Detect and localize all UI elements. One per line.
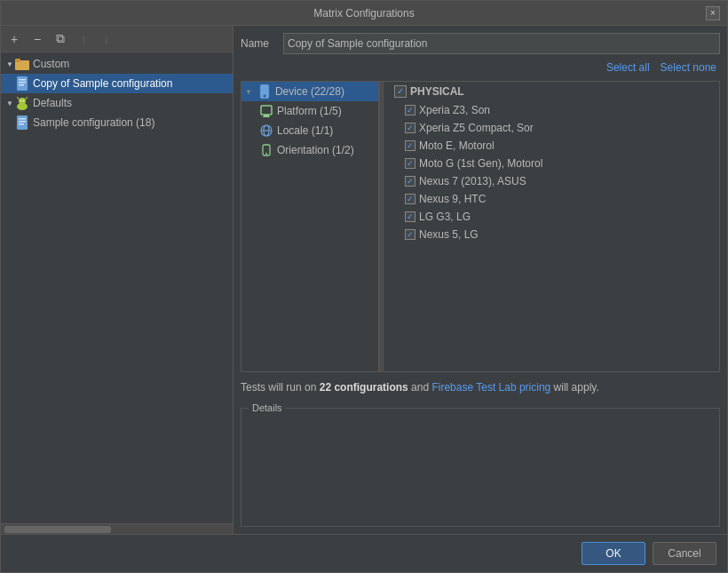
ok-button[interactable]: OK	[582, 542, 645, 565]
category-item-platform[interactable]: Platform (1/5)	[241, 101, 378, 121]
tree-item-copy-sample[interactable]: Copy of Sample configuration	[1, 74, 233, 93]
bottom-prefix: Tests will run on	[241, 381, 320, 394]
name-label: Name	[241, 37, 276, 50]
physical-section-header: PHYSICAL	[384, 82, 719, 101]
svg-rect-6	[19, 84, 24, 86]
left-panel: + − ⧉ ↑ ↓ ▼ Custom	[1, 26, 233, 534]
svg-point-26	[265, 153, 267, 155]
content-area: ▼ Device (22/28)	[241, 81, 720, 372]
select-links-row: Select all Select none	[241, 60, 720, 76]
device-label-6: LG G3, LG	[419, 211, 471, 223]
move-up-button[interactable]: ↑	[74, 29, 93, 49]
name-row: Name	[241, 33, 720, 54]
svg-rect-5	[19, 82, 26, 84]
device-list: PHYSICAL Xperia Z3, Son Xperia Z5 Compac…	[384, 82, 719, 371]
details-legend: Details	[249, 402, 286, 413]
bottom-suffix: will apply.	[550, 381, 598, 394]
svg-point-18	[263, 95, 265, 98]
tree-item-sample[interactable]: Sample configuration (18)	[1, 113, 233, 132]
bottom-middle: and	[408, 381, 432, 394]
device-arrow: ▼	[245, 88, 252, 96]
close-button[interactable]: ×	[706, 6, 720, 20]
config-count: 22 configurations	[320, 381, 408, 394]
physical-section-checkbox[interactable]	[394, 85, 407, 98]
device-label-3: Moto G (1st Gen), Motorol	[419, 157, 542, 170]
device-label-2: Moto E, Motorol	[419, 139, 495, 152]
device-checkbox-3[interactable]	[405, 158, 415, 169]
device-item-3[interactable]: Moto G (1st Gen), Motorol	[384, 155, 719, 172]
svg-rect-2	[15, 59, 20, 62]
left-scrollbar[interactable]	[1, 523, 233, 534]
svg-rect-4	[19, 79, 26, 81]
svg-rect-16	[19, 123, 24, 125]
select-all-link[interactable]: Select all	[603, 60, 653, 76]
svg-line-11	[18, 98, 20, 99]
tree-label-sample: Sample configuration (18)	[33, 116, 154, 129]
device-label-7: Nexus 5, LG	[419, 228, 479, 241]
device-checkbox-2[interactable]	[405, 140, 415, 151]
copy-button[interactable]: ⧉	[51, 29, 70, 49]
scrollbar-thumb	[4, 526, 111, 533]
device-item-4[interactable]: Nexus 7 (2013), ASUS	[384, 172, 719, 190]
device-item-0[interactable]: Xperia Z3, Son	[384, 101, 719, 119]
category-label-device: Device (22/28)	[275, 85, 344, 98]
physical-section-label: PHYSICAL	[410, 85, 464, 98]
tree-item-custom[interactable]: ▼ Custom	[1, 54, 233, 74]
cancel-button[interactable]: Cancel	[653, 542, 716, 565]
device-item-1[interactable]: Xperia Z5 Compact, Sor	[384, 119, 719, 137]
name-input[interactable]	[283, 33, 720, 54]
add-button[interactable]: +	[4, 29, 24, 49]
svg-point-8	[19, 98, 26, 105]
category-label-orientation: Orientation (1/2)	[277, 144, 354, 156]
device-item-5[interactable]: Nexus 9, HTC	[384, 190, 719, 208]
device-label-4: Nexus 7 (2013), ASUS	[419, 175, 526, 187]
tree-label-copy-sample: Copy of Sample configuration	[33, 77, 172, 90]
device-checkbox-4[interactable]	[405, 176, 415, 187]
tree-item-defaults[interactable]: ▼ Defaults	[1, 93, 233, 113]
svg-rect-13	[17, 115, 28, 130]
configuration-tree: ▼ Custom	[1, 52, 233, 523]
category-item-device[interactable]: ▼ Device (22/28)	[241, 82, 378, 101]
move-down-button[interactable]: ↓	[97, 29, 116, 49]
select-none-link[interactable]: Select none	[657, 60, 720, 76]
tree-arrow-defaults: ▼	[4, 98, 15, 108]
bottom-text: Tests will run on 22 configurations and …	[241, 378, 720, 397]
globe-icon	[259, 123, 273, 138]
dialog-title: Matrix Configurations	[313, 7, 414, 20]
svg-rect-14	[19, 118, 26, 120]
device-item-6[interactable]: LG G3, LG	[384, 208, 719, 226]
device-item-2[interactable]: Moto E, Motorol	[384, 137, 719, 155]
device-checkbox-0[interactable]	[405, 105, 415, 115]
firebase-link[interactable]: Firebase Test Lab pricing	[431, 381, 550, 394]
svg-point-9	[20, 100, 22, 102]
category-label-locale: Locale (1/1)	[277, 124, 333, 137]
android-icon	[15, 96, 29, 110]
tree-label-custom: Custom	[33, 58, 69, 70]
device-checkbox-7[interactable]	[405, 229, 415, 240]
device-label-5: Nexus 9, HTC	[419, 193, 486, 205]
details-group: Details	[241, 402, 720, 527]
svg-rect-20	[264, 115, 269, 116]
category-item-orientation[interactable]: Orientation (1/2)	[241, 140, 378, 160]
category-list: ▼ Device (22/28)	[241, 82, 379, 371]
matrix-configurations-dialog: Matrix Configurations × + − ⧉ ↑ ↓ ▼	[0, 0, 728, 573]
svg-rect-15	[19, 121, 26, 123]
tree-arrow-custom: ▼	[4, 59, 15, 69]
device-item-7[interactable]: Nexus 5, LG	[384, 226, 719, 243]
category-label-platform: Platform (1/5)	[277, 105, 342, 117]
device-checkbox-1[interactable]	[405, 123, 415, 133]
dialog-body: + − ⧉ ↑ ↓ ▼ Custom	[1, 26, 727, 534]
footer: OK Cancel	[1, 534, 727, 572]
left-toolbar: + − ⧉ ↑ ↓	[1, 26, 233, 52]
device-checkbox-6[interactable]	[405, 211, 415, 222]
sample-config-icon	[15, 115, 29, 130]
category-item-locale[interactable]: Locale (1/1)	[241, 121, 378, 140]
svg-point-10	[23, 100, 25, 102]
config-icon	[15, 76, 29, 91]
svg-line-12	[26, 98, 28, 99]
title-bar: Matrix Configurations ×	[1, 1, 727, 26]
device-checkbox-5[interactable]	[405, 194, 415, 204]
remove-button[interactable]: −	[28, 29, 47, 49]
svg-rect-3	[17, 76, 28, 91]
folder-icon	[15, 57, 29, 71]
